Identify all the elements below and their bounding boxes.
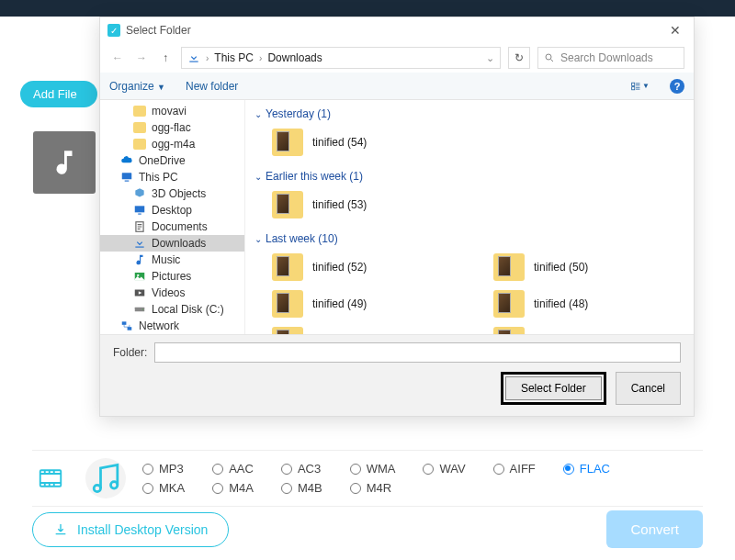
new-folder-button[interactable]: New folder: [186, 80, 238, 93]
app-icon: ✓: [107, 24, 120, 37]
convert-button[interactable]: Convert: [606, 510, 703, 548]
tree-label: movavi: [152, 105, 187, 118]
search-placeholder: Search Downloads: [560, 51, 653, 64]
radio-icon: [281, 464, 292, 475]
file-grid: tinified (54): [254, 124, 684, 166]
chevron-down-icon[interactable]: ⌄: [486, 52, 494, 64]
close-icon[interactable]: ✕: [664, 23, 686, 38]
select-folder-dialog: ✓ Select Folder ✕ ← → ↑ › This PC › Down…: [99, 17, 695, 417]
folder-name: tinified (54): [312, 136, 367, 149]
add-files-button[interactable]: Add File: [20, 81, 97, 107]
group-header[interactable]: ⌄Last week (10): [254, 229, 684, 249]
file-grid: tinified (53): [254, 186, 684, 229]
app-titlebar: [0, 0, 735, 17]
radio-icon: [493, 464, 504, 475]
tree-label: Downloads: [152, 237, 206, 250]
format-option-aiff[interactable]: AIFF: [493, 462, 536, 476]
format-bar: MP3AACAC3WMAWAVAIFFFLACMKAM4AM4BM4R: [32, 450, 703, 507]
folder-item[interactable]: tinified (47): [269, 324, 463, 334]
group-header[interactable]: ⌄Earlier this week (1): [254, 166, 684, 186]
folder-item[interactable]: tinified (53): [269, 188, 684, 221]
format-options: MP3AACAC3WMAWAVAIFFFLACMKAM4AM4BM4R: [142, 462, 610, 495]
format-option-m4a[interactable]: M4A: [212, 481, 254, 495]
tree-item-ogg-flac[interactable]: ogg-flac: [100, 119, 244, 136]
tree-label: Desktop: [152, 204, 192, 217]
view-options-button[interactable]: ▼: [631, 77, 650, 95]
bottom-row: Install Desktop Version Convert: [32, 510, 703, 548]
format-label: MKA: [159, 481, 185, 495]
file-grid: tinified (52)tinified (50)tinified (49)t…: [254, 249, 684, 334]
tree-item-music[interactable]: Music: [100, 252, 244, 268]
folder-input[interactable]: [154, 342, 681, 363]
format-label: AIFF: [510, 462, 536, 476]
folder-tree[interactable]: movaviogg-flacogg-m4aOneDriveThis PC3D O…: [100, 100, 245, 334]
tree-label: Documents: [152, 220, 208, 233]
format-label: MP3: [159, 462, 184, 476]
radio-icon: [142, 483, 153, 494]
folder-name: tinified (48): [534, 297, 588, 310]
search-icon: [544, 52, 555, 63]
address-bar[interactable]: › This PC › Downloads ⌄: [181, 47, 501, 69]
crumb-this-pc[interactable]: This PC: [214, 51, 254, 64]
folder-name: tinified (52): [312, 261, 367, 274]
tree-item-documents[interactable]: Documents: [100, 218, 244, 235]
audio-format-icon[interactable]: [85, 458, 126, 498]
dialog-title: Select Folder: [126, 24, 191, 37]
folder-item[interactable]: tinified (54): [269, 126, 684, 159]
folder-label: Folder:: [113, 346, 147, 359]
video-format-icon[interactable]: [32, 460, 69, 497]
folder-icon: [272, 129, 303, 156]
help-button[interactable]: ?: [670, 79, 684, 94]
tree-item-onedrive[interactable]: OneDrive: [100, 152, 244, 169]
tree-item-3d-objects[interactable]: 3D Objects: [100, 185, 244, 202]
format-label: WMA: [367, 462, 396, 476]
format-option-flac[interactable]: FLAC: [563, 462, 610, 476]
format-option-wma[interactable]: WMA: [350, 462, 396, 476]
chevron-down-icon: ⌄: [254, 172, 262, 182]
tree-label: ogg-m4a: [152, 138, 195, 151]
tree-item-ogg-m4a[interactable]: ogg-m4a: [100, 136, 244, 152]
tree-item-movavi[interactable]: movavi: [100, 103, 244, 119]
file-list[interactable]: ⌄Yesterday (1)tinified (54)⌄Earlier this…: [245, 100, 694, 334]
install-desktop-button[interactable]: Install Desktop Version: [32, 512, 229, 547]
select-folder-highlight: Select Folder: [501, 372, 606, 405]
svg-point-14: [137, 274, 139, 276]
format-option-aac[interactable]: AAC: [212, 462, 254, 476]
dialog-titlebar: ✓ Select Folder ✕: [100, 17, 694, 43]
folder-item[interactable]: tinified (49): [269, 287, 463, 320]
search-input[interactable]: Search Downloads: [537, 47, 684, 69]
tree-item-desktop[interactable]: Desktop: [100, 202, 244, 218]
dialog-toolbar: Organize ▼ New folder ▼ ?: [100, 73, 694, 100]
svg-rect-7: [122, 173, 132, 179]
crumb-downloads[interactable]: Downloads: [267, 51, 322, 64]
svg-rect-5: [632, 83, 635, 85]
svg-rect-3: [189, 62, 198, 62]
back-button[interactable]: ←: [109, 51, 126, 64]
format-option-m4b[interactable]: M4B: [281, 481, 322, 495]
format-option-mp3[interactable]: MP3: [142, 462, 185, 476]
tree-item-pictures[interactable]: Pictures: [100, 268, 244, 285]
radio-icon: [423, 464, 434, 475]
format-option-m4r[interactable]: M4R: [350, 481, 396, 495]
format-option-ac3[interactable]: AC3: [281, 462, 322, 476]
format-label: AAC: [229, 462, 254, 476]
format-option-mka[interactable]: MKA: [142, 481, 185, 495]
forward-button[interactable]: →: [133, 51, 150, 64]
svg-point-1: [94, 485, 100, 491]
up-button[interactable]: ↑: [157, 51, 174, 64]
tree-item-downloads[interactable]: Downloads: [100, 235, 244, 252]
refresh-button[interactable]: ↻: [508, 47, 530, 69]
group-header[interactable]: ⌄Yesterday (1): [254, 104, 684, 124]
folder-item[interactable]: tinified (52): [269, 251, 463, 284]
select-folder-button[interactable]: Select Folder: [505, 376, 602, 400]
folder-item[interactable]: tinified (46): [491, 324, 684, 334]
tree-item-this-pc[interactable]: This PC: [100, 169, 244, 185]
tree-item-videos[interactable]: Videos: [100, 285, 244, 301]
format-option-wav[interactable]: WAV: [423, 462, 465, 476]
tree-item-network[interactable]: Network: [100, 318, 244, 334]
tree-item-local-disk-c-[interactable]: Local Disk (C:): [100, 301, 244, 318]
organize-menu[interactable]: Organize ▼: [109, 80, 165, 93]
cancel-button[interactable]: Cancel: [616, 372, 681, 405]
folder-item[interactable]: tinified (50): [491, 251, 684, 284]
folder-item[interactable]: tinified (48): [491, 287, 684, 320]
